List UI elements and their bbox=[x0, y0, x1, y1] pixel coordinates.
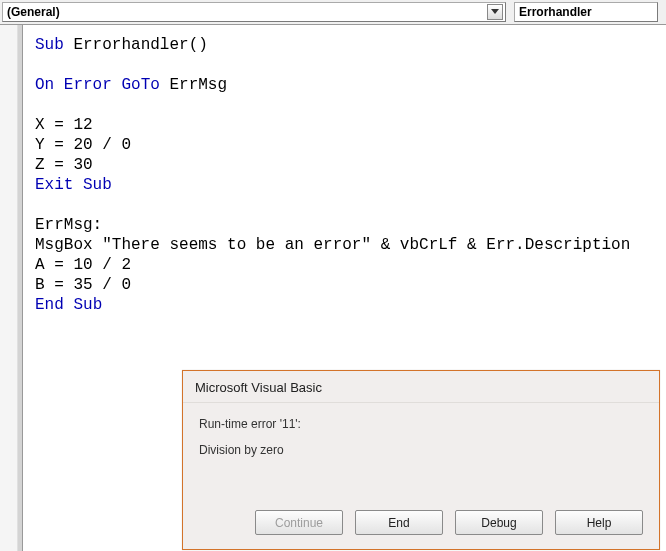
keyword: On bbox=[35, 76, 54, 94]
keyword: Sub bbox=[35, 36, 64, 54]
dialog-body: Run-time error '11': Division by zero bbox=[183, 403, 659, 483]
continue-button: Continue bbox=[255, 510, 343, 535]
procedure-dropdown-label: Errorhandler bbox=[519, 5, 592, 19]
keyword: End bbox=[35, 296, 64, 314]
keyword: Exit bbox=[35, 176, 73, 194]
keyword: Error bbox=[64, 76, 112, 94]
code-text: Y = 20 / 0 bbox=[35, 136, 131, 154]
code-text bbox=[64, 296, 74, 314]
object-dropdown-label: (General) bbox=[7, 5, 60, 19]
code-text: ErrMsg bbox=[160, 76, 227, 94]
dropdown-button-icon[interactable] bbox=[487, 4, 503, 20]
dialog-title: Microsoft Visual Basic bbox=[183, 371, 659, 403]
procedure-dropdown[interactable]: Errorhandler bbox=[514, 2, 658, 22]
code-text: Z = 30 bbox=[35, 156, 93, 174]
debug-button[interactable]: Debug bbox=[455, 510, 543, 535]
keyword: GoTo bbox=[121, 76, 159, 94]
keyword: Sub bbox=[73, 296, 102, 314]
code-text bbox=[73, 176, 83, 194]
code-text: MsgBox "There seems to be an error" & vb… bbox=[35, 236, 630, 254]
toolbar: (General) Errorhandler bbox=[0, 0, 666, 25]
code-text: A = 10 / 2 bbox=[35, 256, 131, 274]
keyword: Sub bbox=[83, 176, 112, 194]
indicator-margin bbox=[0, 25, 18, 551]
error-code-text: Run-time error '11': bbox=[199, 417, 643, 431]
code-text: X = 12 bbox=[35, 116, 93, 134]
code-text bbox=[54, 76, 64, 94]
code-text bbox=[112, 76, 122, 94]
error-dialog: Microsoft Visual Basic Run-time error '1… bbox=[182, 370, 660, 550]
end-button[interactable]: End bbox=[355, 510, 443, 535]
error-description-text: Division by zero bbox=[199, 443, 643, 457]
code-text: ErrMsg: bbox=[35, 216, 102, 234]
dialog-button-row: Continue End Debug Help bbox=[255, 510, 643, 535]
code-text: Errorhandler() bbox=[64, 36, 208, 54]
code-text: B = 35 / 0 bbox=[35, 276, 131, 294]
object-dropdown[interactable]: (General) bbox=[2, 2, 506, 22]
help-button[interactable]: Help bbox=[555, 510, 643, 535]
